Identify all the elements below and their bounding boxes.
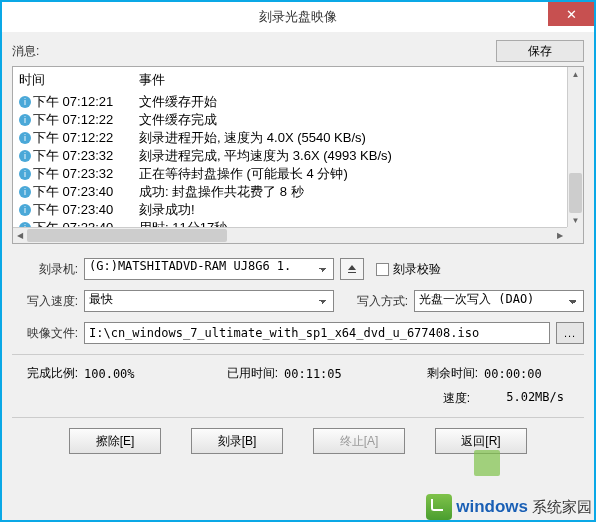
log-row: i下午 07:12:21文件缓存开始 xyxy=(19,93,577,111)
log-time: 下午 07:12:22 xyxy=(33,111,139,129)
log-time: 下午 07:23:32 xyxy=(33,165,139,183)
log-time: 下午 07:23:32 xyxy=(33,147,139,165)
progress-label: 完成比例: xyxy=(12,365,84,382)
method-label: 写入方式: xyxy=(334,293,414,310)
log-time: 下午 07:23:40 xyxy=(33,201,139,219)
info-icon: i xyxy=(19,204,31,216)
log-row: i下午 07:23:32正在等待封盘操作 (可能最长 4 分钟) xyxy=(19,165,577,183)
write-method-select[interactable]: 光盘一次写入 (DAO) xyxy=(414,290,584,312)
verify-label: 刻录校验 xyxy=(393,261,441,278)
remain-value: 00:00:00 xyxy=(484,367,542,381)
scroll-up-icon[interactable]: ▲ xyxy=(568,67,583,81)
eject-button[interactable] xyxy=(340,258,364,280)
remain-label: 剩余时间: xyxy=(412,365,484,382)
log-event: 刻录进程完成, 平均速度为 3.6X (4993 KB/s) xyxy=(139,147,577,165)
divider xyxy=(12,354,584,355)
log-time: 下午 07:23:40 xyxy=(33,183,139,201)
close-button[interactable]: ✕ xyxy=(548,2,594,26)
log-row: i下午 07:12:22文件缓存完成 xyxy=(19,111,577,129)
watermark: windows 系统家园 xyxy=(426,494,592,520)
log-header: 时间 事件 xyxy=(13,67,583,93)
log-row: i下午 07:12:22刻录进程开始, 速度为 4.0X (5540 KB/s) xyxy=(19,129,577,147)
elapsed-value: 00:11:05 xyxy=(284,367,342,381)
speed-label: 写入速度: xyxy=(12,293,84,310)
stop-button: 终止[A] xyxy=(313,428,405,454)
log-time: 下午 07:12:22 xyxy=(33,129,139,147)
eject-icon xyxy=(346,263,358,275)
content-area: 消息: 保存 时间 事件 i下午 07:12:21文件缓存开始i下午 07:12… xyxy=(2,32,594,462)
info-icon: i xyxy=(19,114,31,126)
verify-checkbox[interactable] xyxy=(376,263,389,276)
close-icon: ✕ xyxy=(566,7,577,22)
divider-2 xyxy=(12,417,584,418)
log-event: 刻录进程开始, 速度为 4.0X (5540 KB/s) xyxy=(139,129,577,147)
scroll-down-icon[interactable]: ▼ xyxy=(568,213,583,227)
log-row: i下午 07:23:40成功: 封盘操作共花费了 8 秒 xyxy=(19,183,577,201)
info-icon: i xyxy=(19,168,31,180)
log-time: 下午 07:12:21 xyxy=(33,93,139,111)
browse-button[interactable]: ... xyxy=(556,322,584,344)
scroll-thumb-h[interactable] xyxy=(27,229,227,242)
burn-button[interactable]: 刻录[B] xyxy=(191,428,283,454)
scroll-left-icon[interactable]: ◀ xyxy=(13,228,27,243)
dialog-window: 刻录光盘映像 ✕ 消息: 保存 时间 事件 i下午 07:12:21文件缓存开始… xyxy=(0,0,596,522)
log-event: 刻录成功! xyxy=(139,201,577,219)
info-icon: i xyxy=(19,132,31,144)
recorder-select[interactable]: (G:)MATSHITADVD-RAM UJ8G6 1. xyxy=(84,258,334,280)
log-panel: 时间 事件 i下午 07:12:21文件缓存开始i下午 07:12:22文件缓存… xyxy=(12,66,584,244)
speed-status-value: 5.02MB/s xyxy=(506,390,564,407)
progress-value: 100.00% xyxy=(84,367,135,381)
log-row: i下午 07:23:32刻录进程完成, 平均速度为 3.6X (4993 KB/… xyxy=(19,147,577,165)
elapsed-label: 已用时间: xyxy=(212,365,284,382)
log-event: 成功: 封盘操作共花费了 8 秒 xyxy=(139,183,577,201)
window-title: 刻录光盘映像 xyxy=(259,8,337,26)
title-bar: 刻录光盘映像 ✕ xyxy=(2,2,594,32)
watermark-brand: windows xyxy=(456,497,528,517)
log-row: i下午 07:23:40刻录成功! xyxy=(19,201,577,219)
scroll-corner xyxy=(567,227,583,243)
log-event: 文件缓存开始 xyxy=(139,93,577,111)
horizontal-scrollbar[interactable]: ◀ ▶ xyxy=(13,227,567,243)
log-event: 正在等待封盘操作 (可能最长 4 分钟) xyxy=(139,165,577,183)
log-body: i下午 07:12:21文件缓存开始i下午 07:12:22文件缓存完成i下午 … xyxy=(13,93,583,237)
col-time: 时间 xyxy=(19,71,139,89)
erase-button[interactable]: 擦除[E] xyxy=(69,428,161,454)
info-icon: i xyxy=(19,150,31,162)
scroll-right-icon[interactable]: ▶ xyxy=(553,228,567,243)
scroll-thumb-v[interactable] xyxy=(569,173,582,213)
speed-status-label: 速度: xyxy=(443,390,476,407)
col-event: 事件 xyxy=(139,71,577,89)
image-path-input[interactable] xyxy=(84,322,550,344)
vertical-scrollbar[interactable]: ▲ ▼ xyxy=(567,67,583,227)
image-label: 映像文件: xyxy=(12,325,84,342)
save-button[interactable]: 保存 xyxy=(496,40,584,62)
info-icon: i xyxy=(19,96,31,108)
recorder-label: 刻录机: xyxy=(12,261,84,278)
message-label: 消息: xyxy=(12,43,39,60)
watermark-icon xyxy=(426,494,452,520)
info-icon: i xyxy=(19,186,31,198)
log-event: 文件缓存完成 xyxy=(139,111,577,129)
write-speed-select[interactable]: 最快 xyxy=(84,290,334,312)
watermark-sub: 系统家园 xyxy=(532,498,592,517)
watermark-square xyxy=(474,450,500,476)
